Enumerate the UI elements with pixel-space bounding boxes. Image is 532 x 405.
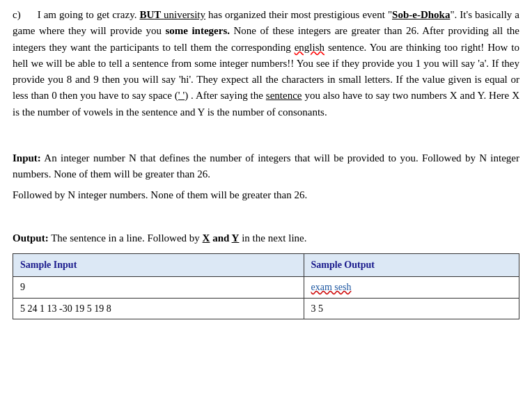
sample-input-row2: 5 24 1 13 -30 19 5 19 8 — [13, 298, 304, 319]
space-example: ' ' — [178, 90, 185, 101]
output-label: Output: — [13, 232, 49, 244]
but-underline: BUT — [139, 9, 164, 20]
input-text: An integer number N that defines the num… — [13, 152, 519, 180]
some-integers-bold: some integers. — [165, 25, 230, 36]
paragraph-1: c) I am going to get crazy. BUT universi… — [13, 7, 519, 120]
exam-sesh-text: exam sesh — [311, 282, 352, 292]
input-section: Input: An integer number N that defines … — [13, 150, 519, 203]
sentence-underline: sentence — [266, 90, 302, 101]
sample-output-header: Sample Output — [304, 254, 519, 277]
output-text: The sentence in a line. Followed by — [49, 232, 203, 244]
output-in: in the next line. — [239, 232, 306, 244]
output-paragraph: Output: The sentence in a line. Followed… — [13, 230, 519, 246]
main-container: c) I am going to get crazy. BUT universi… — [0, 0, 532, 326]
sample-input-row1: 9 — [13, 276, 304, 298]
output-and: and — [210, 232, 231, 244]
output-x: X — [203, 232, 210, 244]
event-name: Sob-e-Dhoka — [392, 9, 450, 20]
table-row-2: 5 24 1 13 -30 19 5 19 8 3 5 — [13, 298, 519, 319]
input-paragraph: Input: An integer number N that defines … — [13, 150, 519, 183]
output-y: Y — [232, 232, 240, 244]
paragraph-blank2 — [13, 209, 519, 225]
english-underline: english — [295, 42, 324, 53]
paragraph-blank — [13, 126, 519, 142]
sample-table: Sample Input Sample Output 9 exam sesh 5… — [13, 253, 519, 319]
university-underline: university — [164, 9, 205, 20]
input-row2: Followed by N integer numbers. None of t… — [13, 187, 519, 203]
sample-output-row1: exam sesh — [304, 276, 519, 298]
problem-body: c) I am going to get crazy. BUT universi… — [13, 7, 519, 319]
table-row-1: 9 exam sesh — [13, 276, 519, 298]
input-label: Input: — [13, 152, 41, 164]
sample-input-header: Sample Input — [13, 254, 304, 277]
table-header-row: Sample Input Sample Output — [13, 254, 519, 277]
problem-letter: c) — [13, 9, 35, 20]
sample-output-row2: 3 5 — [304, 298, 519, 319]
